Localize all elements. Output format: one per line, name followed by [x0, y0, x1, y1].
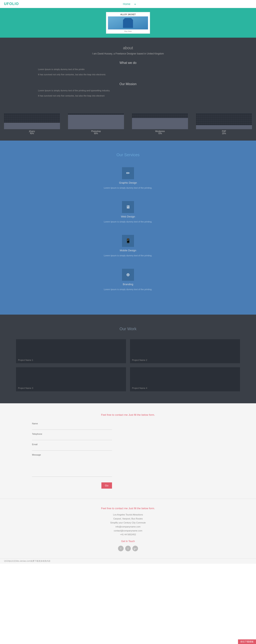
- mobile-icon: 📱: [125, 238, 131, 244]
- submit-button[interactable]: Go: [101, 482, 112, 488]
- service-graphic-desc: Lorem Ipsum is simply dummy text of the …: [32, 187, 224, 189]
- work-item-3-label: Project Name 3: [18, 387, 33, 389]
- email-field-group: Email: [32, 443, 112, 450]
- service-mobile-title: Mobile Design: [32, 249, 224, 252]
- social-icons-group: f t g+: [32, 546, 224, 551]
- work-item-1[interactable]: Project Name 1: [16, 339, 126, 363]
- mission-text2: It has survived not only five centuries,…: [38, 94, 218, 98]
- work-item-4[interactable]: Project Name 4: [130, 367, 240, 391]
- skills-section: jQuery 40% Photoshop 90% Wordpress 70% P…: [0, 107, 256, 140]
- nav-home-link[interactable]: Home: [123, 2, 130, 6]
- skill-photoshop-label: Photoshop 90%: [68, 130, 124, 134]
- hero-card-title: ALLOY JACKET: [107, 14, 149, 16]
- mission-text1: Lorem Ipsum is simply dummy text of the …: [38, 89, 218, 92]
- message-field-group: Message: [32, 454, 112, 478]
- footer: Feel free to contact me Just fill the be…: [0, 498, 256, 558]
- contact-section: Feel free to contact me Just fill the be…: [0, 403, 256, 498]
- what-we-do-heading: What we do: [38, 61, 218, 65]
- about-heading: about: [38, 46, 218, 50]
- telephone-input[interactable]: [32, 436, 112, 440]
- skill-photoshop: Photoshop 90%: [64, 111, 128, 136]
- message-textarea[interactable]: [32, 457, 112, 477]
- nav-links: Home ▼: [120, 2, 136, 6]
- service-mobile-icon-box: 📱: [122, 235, 134, 247]
- navbar: UFOLIO Home ▼: [0, 0, 256, 8]
- footer-address-line-3: Simplify your Century City Commute: [32, 521, 224, 525]
- footer-phone: +41 44 5652452: [32, 533, 224, 537]
- hero-card-subtitle: Buy Now: [107, 30, 149, 32]
- telephone-label: Telephone: [32, 433, 112, 435]
- footer-tagline: Feel free to contact me Just fill the be…: [32, 507, 224, 510]
- footer-email-1: info@companyname.com: [32, 525, 224, 529]
- service-branding-icon-box: ⊕: [122, 269, 134, 281]
- service-mobile-design: 📱 Mobile Design Lorem Ipsum is simply du…: [32, 235, 224, 257]
- footer-address-line-1: Los Angeles Tourist Attractions: [32, 513, 224, 517]
- footer-address: Los Angeles Tourist Attractions Carpool,…: [32, 513, 224, 537]
- service-branding-title: Branding: [32, 283, 224, 286]
- skill-wordpress-label: Wordpress 70%: [132, 130, 188, 134]
- get-in-touch-link[interactable]: Get In Touch: [121, 540, 135, 543]
- telephone-field-group: Telephone: [32, 433, 112, 440]
- nav-dropdown-icon: ▼: [134, 3, 136, 6]
- brand-logo[interactable]: UFOLIO: [4, 2, 19, 6]
- pencil-icon: ✏: [126, 170, 130, 176]
- name-input[interactable]: [32, 426, 112, 430]
- about-intro: I am David Hussey, a Freelance Designer …: [38, 52, 218, 55]
- skill-jquery: jQuery 40%: [0, 111, 64, 136]
- service-mobile-desc: Lorem Ipsum is simply dummy text of the …: [32, 254, 224, 257]
- hero-card: ALLOY JACKET Buy Now: [106, 12, 150, 34]
- about-section: about I am David Hussey, a Freelance Des…: [0, 38, 256, 107]
- work-item-2-label: Project Name 2: [132, 359, 147, 361]
- service-branding-desc: Lorem Ipsum is simply dummy text of the …: [32, 288, 224, 290]
- skill-wordpress: Wordpress 70%: [128, 111, 192, 136]
- service-branding: ⊕ Branding Lorem Ipsum is simply dummy t…: [32, 269, 224, 290]
- email-input[interactable]: [32, 446, 112, 450]
- contact-form: Name Telephone Email Message Go: [32, 422, 112, 488]
- jacket-shape: [123, 18, 133, 28]
- work-section: Our Work Project Name 1 Project Name 2 P…: [0, 314, 256, 403]
- branding-icon: ⊕: [126, 272, 130, 277]
- work-item-1-label: Project Name 1: [18, 359, 33, 361]
- service-graphic-design: ✏ Graphic Design Lorem Ipsum is simply d…: [32, 167, 224, 189]
- name-label: Name: [32, 422, 112, 425]
- bottom-bar-text: 访问地址社区bbs.xieniao.com免费下载更多精美内容: [4, 560, 50, 562]
- hero-jacket-image: [108, 16, 148, 30]
- service-graphic-icon-box: ✏: [122, 167, 134, 179]
- name-field-group: Name: [32, 422, 112, 430]
- hero-section: ALLOY JACKET Buy Now: [0, 8, 256, 38]
- work-heading: Our Work: [16, 326, 240, 331]
- work-item-3[interactable]: Project Name 3: [16, 367, 126, 391]
- skill-jquery-label: jQuery 40%: [4, 130, 60, 134]
- service-web-design: 🖥 Web Design Lorem Ipsum is simply dummy…: [32, 201, 224, 223]
- contact-tagline: Feel free to contact me Just fill the be…: [32, 413, 224, 416]
- footer-address-line-2: Carpool, Vanpool, Bus Routes: [32, 517, 224, 521]
- service-graphic-title: Graphic Design: [32, 181, 224, 184]
- footer-email-2: contact@companyname.com: [32, 529, 224, 533]
- what-we-do-text1: Lorem Ipsum is simply dummy text of the …: [38, 68, 218, 71]
- skill-php: PHP 25%: [192, 111, 256, 136]
- services-heading: Our Services: [32, 152, 224, 157]
- monitor-icon: 🖥: [126, 204, 130, 210]
- work-grid: Project Name 1 Project Name 2 Project Na…: [16, 339, 240, 391]
- mission-heading: Our Mission: [38, 82, 218, 86]
- twitter-icon[interactable]: t: [125, 546, 131, 551]
- skill-php-label: PHP 25%: [196, 130, 252, 134]
- service-web-desc: Lorem Ipsum is simply dummy text of the …: [32, 220, 224, 223]
- service-web-icon-box: 🖥: [122, 201, 134, 213]
- googleplus-icon[interactable]: g+: [132, 546, 138, 551]
- email-label: Email: [32, 443, 112, 446]
- work-item-4-label: Project Name 4: [132, 387, 147, 389]
- services-section: Our Services ✏ Graphic Design Lorem Ipsu…: [0, 140, 256, 314]
- what-we-do-text2: It has survived not only five centuries,…: [38, 73, 218, 76]
- work-item-2[interactable]: Project Name 2: [130, 339, 240, 363]
- bottom-bar: 访问地址社区bbs.xieniao.com免费下载更多精美内容: [0, 558, 256, 564]
- message-label: Message: [32, 454, 112, 456]
- service-web-title: Web Design: [32, 215, 224, 218]
- facebook-icon[interactable]: f: [118, 546, 124, 551]
